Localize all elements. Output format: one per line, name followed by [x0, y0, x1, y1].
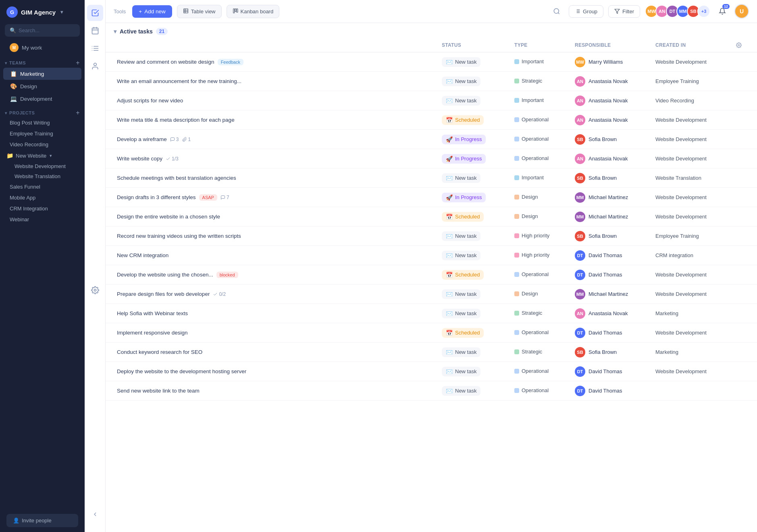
status-icon: 📅	[446, 117, 453, 123]
task-name[interactable]: Adjust scripts for new video	[114, 94, 439, 108]
table-row[interactable]: Write meta title & meta description for …	[106, 110, 757, 130]
task-type: Important	[511, 55, 572, 69]
icon-check-tasks[interactable]	[87, 5, 103, 21]
collapse-button[interactable]	[87, 506, 103, 527]
task-name[interactable]: Develop the website using the chosen... …	[114, 268, 439, 282]
notifications-button[interactable]: 12	[715, 4, 730, 19]
filter-button[interactable]: Filter	[608, 5, 640, 18]
sidebar-item-website-translation[interactable]: Website Translation	[8, 171, 85, 181]
task-name[interactable]: Send new website link to the team	[114, 384, 439, 398]
sidebar-item-sales-funnel[interactable]: Sales Funnel	[0, 181, 85, 192]
add-team-button[interactable]: +	[76, 59, 80, 66]
status-icon: ✉️	[446, 175, 453, 181]
task-name[interactable]: Deploy the website to the development ho…	[114, 364, 439, 378]
task-name[interactable]: Conduct keyword research for SEO	[114, 345, 439, 359]
table-row[interactable]: Send new website link to the team ✉️ New…	[106, 381, 757, 401]
status-label: New task	[455, 349, 476, 355]
sidebar-item-webinar[interactable]: Webinar	[0, 214, 85, 225]
responsible-name: Sofia Brown	[589, 175, 617, 181]
task-name[interactable]: Review and comment on website design Fee…	[114, 55, 439, 69]
table-row[interactable]: Develop the website using the chosen... …	[106, 265, 757, 285]
task-name[interactable]: Write meta title & meta description for …	[114, 113, 439, 127]
collapse-icon[interactable]	[87, 506, 103, 522]
type-dot	[514, 175, 519, 180]
status-icon: 📅	[446, 214, 453, 220]
sidebar-item-mobile-app[interactable]: Mobile App	[0, 192, 85, 203]
team-avatars: MW AN DT MM SB +3	[645, 5, 710, 18]
task-name[interactable]: Write website copy 1/3	[114, 152, 439, 166]
video-recording-label: Video Recording	[10, 141, 48, 148]
task-name[interactable]: Help Sofia with Webinar texts	[114, 306, 439, 320]
section-chevron[interactable]: ▾	[114, 28, 116, 35]
table-row[interactable]: Record new training videos using the wri…	[106, 227, 757, 246]
task-name[interactable]: Schedule meetings with best translation …	[114, 171, 439, 185]
task-type: Operational	[511, 113, 572, 127]
icon-person[interactable]	[87, 58, 103, 74]
table-row[interactable]: Help Sofia with Webinar texts ✉️ New tas…	[106, 304, 757, 323]
sidebar-item-crm-integration[interactable]: CRM Integration	[0, 203, 85, 214]
app-logo[interactable]: G GIM Agency ▾	[0, 0, 85, 23]
responsible-name: Michael Martinez	[589, 214, 628, 220]
table-row[interactable]: Schedule meetings with best translation …	[106, 168, 757, 188]
add-new-button[interactable]: + Add new	[132, 5, 172, 18]
task-type: Strategic	[511, 345, 572, 359]
task-name[interactable]: Prepare design files for web developer 0…	[114, 287, 439, 301]
sidebar-item-website-development[interactable]: Website Development	[8, 161, 85, 171]
table-row[interactable]: Design drafts in 3 different styles ASAP…	[106, 188, 757, 207]
add-project-button[interactable]: +	[76, 109, 80, 116]
status-icon: 🚀	[446, 156, 453, 162]
svg-point-10	[94, 63, 96, 66]
task-type: Important	[511, 94, 572, 107]
task-name[interactable]: Implement responsive design	[114, 326, 439, 340]
task-status: ✉️ New task	[439, 93, 511, 109]
table-row[interactable]: Write an email announcement for the new …	[106, 72, 757, 91]
table-row[interactable]: Design the entire website in a chosen st…	[106, 207, 757, 227]
svg-rect-16	[233, 8, 234, 13]
my-work-item[interactable]: M My work	[3, 40, 81, 55]
table-row[interactable]: Adjust scripts for new video ✉️ New task…	[106, 91, 757, 110]
avatar-more[interactable]: +3	[697, 5, 710, 18]
search-button[interactable]	[549, 4, 564, 19]
table-row[interactable]: Deploy the website to the development ho…	[106, 362, 757, 381]
task-name[interactable]: New CRM integration	[114, 248, 439, 262]
sidebar-item-blog-post[interactable]: Blog Post Writing	[0, 117, 85, 128]
table-view-button[interactable]: Table view	[177, 5, 222, 18]
task-created-in: Website Development	[652, 56, 733, 68]
sidebar-item-development[interactable]: 💻 Development	[3, 93, 81, 105]
sidebar-item-design[interactable]: 🎨 Design	[3, 80, 81, 92]
task-type: Operational	[511, 152, 572, 165]
table-row[interactable]: Conduct keyword research for SEO ✉️ New …	[106, 343, 757, 362]
task-name[interactable]: Develop a wireframe 31	[114, 132, 439, 146]
table-row[interactable]: Write website copy 1/3 🚀 In Progress Ope…	[106, 149, 757, 168]
task-name[interactable]: Design drafts in 3 different styles ASAP…	[114, 190, 439, 205]
new-website-chevron: ▾	[50, 153, 52, 158]
status-icon: ✉️	[446, 349, 453, 355]
task-name[interactable]: Record new training videos using the wri…	[114, 229, 439, 243]
type-label: Design	[522, 291, 538, 297]
task-responsible: AN Anastasia Novak	[572, 73, 652, 90]
group-button[interactable]: Group	[569, 5, 603, 18]
search-bar[interactable]: 🔍 Search...	[5, 24, 80, 37]
table-row[interactable]: Review and comment on website design Fee…	[106, 52, 757, 72]
table-row[interactable]: Develop a wireframe 31 🚀 In Progress Ope…	[106, 130, 757, 149]
icon-settings[interactable]	[87, 282, 103, 298]
table-row[interactable]: Implement responsive design 📅 Scheduled …	[106, 323, 757, 343]
task-status: ✉️ New task	[439, 383, 511, 399]
responsible-name: Anastasia Novak	[589, 98, 628, 104]
status-icon: 🚀	[446, 136, 453, 143]
kanban-board-button[interactable]: Kanban board	[227, 5, 280, 18]
user-avatar[interactable]: U	[734, 4, 749, 19]
task-name[interactable]: Design the entire website in a chosen st…	[114, 210, 439, 224]
invite-people-button[interactable]: 👤 Invite people	[6, 514, 78, 527]
table-row[interactable]: Prepare design files for web developer 0…	[106, 285, 757, 304]
sidebar-item-new-website[interactable]: 📁 New Website ▾	[0, 150, 85, 161]
type-label: Strategic	[522, 349, 542, 355]
task-type: Operational	[511, 384, 572, 397]
icon-list[interactable]	[87, 40, 103, 56]
table-row[interactable]: New CRM integration ✉️ New task High pri…	[106, 246, 757, 265]
icon-calendar[interactable]	[87, 23, 103, 39]
task-name[interactable]: Write an email announcement for the new …	[114, 74, 439, 88]
sidebar-item-employee-training[interactable]: Employee Training	[0, 128, 85, 139]
sidebar-item-marketing[interactable]: 📋 Marketing	[3, 68, 81, 80]
sidebar-item-video-recording[interactable]: Video Recording	[0, 139, 85, 150]
